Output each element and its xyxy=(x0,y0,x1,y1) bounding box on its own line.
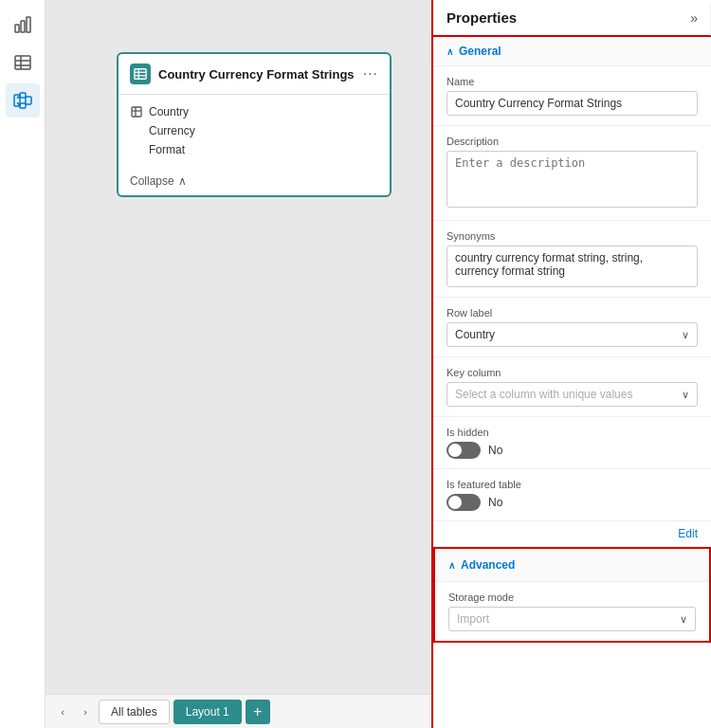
row-key-icon xyxy=(130,105,143,118)
advanced-section-header: ∧ Advanced xyxy=(435,549,709,582)
nav-prev-button[interactable]: ‹ xyxy=(53,702,72,721)
advanced-section: ∧ Advanced Storage mode Import ∨ xyxy=(433,547,711,643)
sidebar-model[interactable] xyxy=(6,83,40,118)
storage-mode-select[interactable]: Import ∨ xyxy=(448,607,696,631)
synonyms-label: Synonyms xyxy=(447,230,698,242)
table-card-body: Country Currency Format xyxy=(118,95,390,167)
sidebar-table[interactable] xyxy=(6,46,40,80)
general-chevron-icon: ∧ xyxy=(447,46,453,57)
description-field-group: Description xyxy=(433,126,711,221)
sidebar-bar-chart[interactable] xyxy=(6,8,40,42)
left-sidebar xyxy=(0,0,46,728)
table-row-currency: Currency xyxy=(130,121,378,140)
row-label-select-value: Country xyxy=(455,328,495,341)
properties-header: Properties » Data xyxy=(431,0,711,37)
properties-panel: Properties » Data ∧ General Name Descrip… xyxy=(431,0,711,728)
storage-mode-label: Storage mode xyxy=(448,592,696,603)
name-field-group: Name xyxy=(433,66,711,126)
key-column-select[interactable]: Select a column with unique values ∨ xyxy=(447,382,698,407)
key-column-field-group: Key column Select a column with unique v… xyxy=(433,357,711,417)
is-featured-toggle[interactable] xyxy=(447,494,481,511)
row-label-label: Row label xyxy=(447,307,698,318)
synonyms-value[interactable]: country currency format string, string, … xyxy=(447,246,698,287)
general-section-header: ∧ General xyxy=(433,37,711,66)
is-hidden-toggle-row: No xyxy=(447,442,698,459)
is-featured-label: Is featured table xyxy=(447,479,698,490)
svg-rect-10 xyxy=(26,97,31,104)
collapse-label: Collapse xyxy=(130,174,174,188)
svg-rect-0 xyxy=(15,25,19,32)
tab-layout1[interactable]: Layout 1 xyxy=(173,700,242,724)
svg-rect-1 xyxy=(21,21,25,32)
edit-link[interactable]: Edit xyxy=(433,521,711,547)
is-featured-toggle-row: No xyxy=(447,494,698,511)
svg-rect-2 xyxy=(27,17,30,32)
tab-all-tables[interactable]: All tables xyxy=(99,700,170,724)
row-label-chevron-icon: ∨ xyxy=(682,329,689,341)
properties-title: Properties xyxy=(447,9,517,26)
table-row-format: Format xyxy=(130,140,378,159)
key-column-chevron-icon: ∨ xyxy=(682,389,689,401)
collapse-button[interactable]: Collapse ∧ xyxy=(118,167,390,195)
properties-body: ∧ General Name Description Synonyms coun… xyxy=(433,37,711,728)
name-label: Name xyxy=(447,76,698,87)
table-card-header: Country Currency Format Strings ··· xyxy=(118,54,390,95)
svg-rect-9 xyxy=(20,103,26,108)
bottom-bar: ‹ › All tables Layout 1 + xyxy=(46,694,431,728)
key-column-placeholder: Select a column with unique values xyxy=(455,388,632,401)
table-card: Country Currency Format Strings ··· Coun… xyxy=(117,52,392,197)
general-section-label: General xyxy=(459,45,501,58)
table-card-title: Country Currency Format Strings xyxy=(158,67,356,82)
storage-mode-value: Import xyxy=(457,612,489,626)
row-currency-icon xyxy=(130,124,143,137)
svg-rect-14 xyxy=(135,69,146,80)
description-textarea[interactable] xyxy=(447,151,698,208)
add-tab-button[interactable]: + xyxy=(246,700,270,724)
svg-rect-3 xyxy=(15,56,30,69)
table-card-icon xyxy=(130,64,151,84)
storage-mode-chevron-icon: ∨ xyxy=(680,613,687,626)
is-featured-toggle-label: No xyxy=(488,496,502,509)
row-label-select[interactable]: Country ∨ xyxy=(447,322,698,347)
svg-rect-18 xyxy=(132,107,141,117)
is-hidden-field-group: Is hidden No xyxy=(433,417,711,469)
table-row-country: Country xyxy=(130,102,378,121)
collapse-chevron-icon: ∧ xyxy=(178,174,187,188)
nav-next-button[interactable]: › xyxy=(76,702,95,721)
canvas-area: Country Currency Format Strings ··· Coun… xyxy=(46,0,431,728)
is-featured-field-group: Is featured table No xyxy=(433,469,711,521)
is-hidden-toggle-label: No xyxy=(488,444,502,457)
currency-column-label: Currency xyxy=(149,124,195,137)
table-card-menu-button[interactable]: ··· xyxy=(363,65,378,82)
row-format-icon xyxy=(130,143,143,156)
format-column-label: Format xyxy=(149,143,185,156)
properties-collapse-button[interactable]: » xyxy=(690,10,698,26)
row-label-field-group: Row label Country ∨ xyxy=(433,298,711,357)
country-column-label: Country xyxy=(149,105,189,118)
description-label: Description xyxy=(447,136,698,147)
is-hidden-toggle[interactable] xyxy=(447,442,481,459)
synonyms-field-group: Synonyms country currency format string,… xyxy=(433,221,711,298)
advanced-chevron-icon: ∧ xyxy=(448,560,455,571)
advanced-section-label: Advanced xyxy=(461,558,515,572)
is-hidden-label: Is hidden xyxy=(447,427,698,438)
key-column-label: Key column xyxy=(447,367,698,378)
svg-rect-8 xyxy=(20,93,26,98)
name-input[interactable] xyxy=(447,91,698,116)
advanced-body: Storage mode Import ∨ xyxy=(435,582,709,641)
